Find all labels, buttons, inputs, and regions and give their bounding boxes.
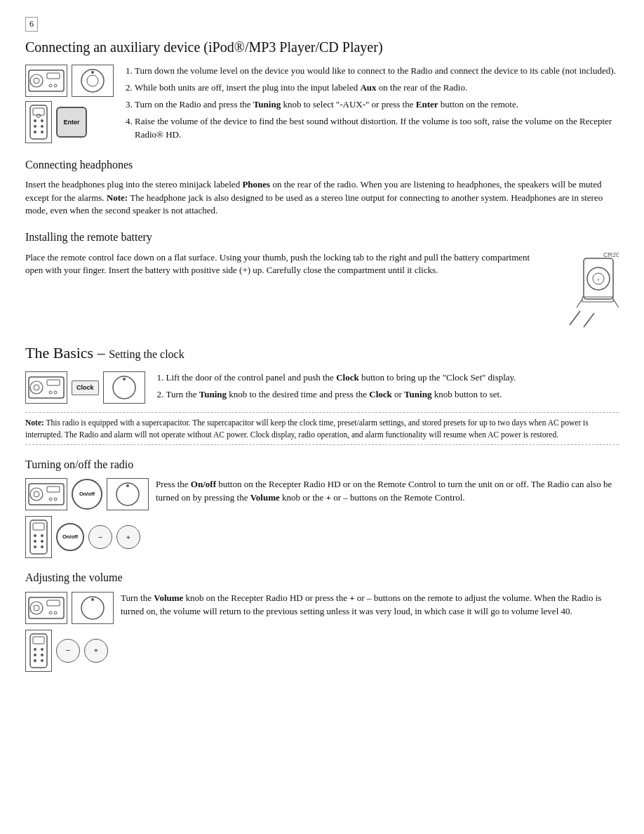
aux-step-2: While both units are off, insert the plu… xyxy=(135,81,619,95)
minus-button-icon: − xyxy=(88,525,112,549)
svg-rect-60 xyxy=(33,637,44,644)
section-title-aux: Connecting an auxiliary device (iPod®/MP… xyxy=(25,37,619,58)
svg-point-1 xyxy=(30,74,43,87)
svg-point-13 xyxy=(34,125,36,128)
svg-rect-3 xyxy=(47,73,60,79)
svg-point-61 xyxy=(34,648,36,651)
svg-text:+: + xyxy=(597,277,601,283)
svg-point-29 xyxy=(34,385,39,390)
svg-point-14 xyxy=(41,125,43,128)
section-onoff: Turning on/off the radio On/off xyxy=(25,456,619,558)
svg-point-28 xyxy=(30,381,43,394)
section-title-onoff: Turning on/off the radio xyxy=(25,456,619,472)
remote-icon-2 xyxy=(25,516,52,558)
svg-line-24 xyxy=(584,313,594,327)
svg-rect-30 xyxy=(47,380,60,385)
svg-point-37 xyxy=(34,491,39,497)
svg-point-36 xyxy=(30,488,43,501)
svg-point-46 xyxy=(41,534,43,537)
onoff-body-content: Press the On/off button on the Recepter … xyxy=(156,478,619,510)
section-title-battery: Installing the remote battery xyxy=(25,229,619,245)
tuning-knob-icon-2 xyxy=(103,371,145,404)
volume-knob-icon xyxy=(72,592,114,624)
section-title-basics: The Basics – Setting the clock xyxy=(25,342,619,364)
svg-point-32 xyxy=(54,391,57,394)
svg-point-31 xyxy=(49,391,52,394)
svg-point-55 xyxy=(49,611,52,614)
svg-point-16 xyxy=(41,131,43,133)
battery-body: Place the remote control face down on a … xyxy=(25,251,619,278)
section-title-volume: Adjusting the volume xyxy=(25,569,619,585)
svg-point-12 xyxy=(41,119,43,122)
clock-radio-icon xyxy=(25,371,67,404)
aux-step-3: Turn on the Radio and press the Tuning k… xyxy=(135,98,619,112)
svg-rect-44 xyxy=(33,523,44,530)
svg-text:CR2025: CR2025 xyxy=(603,251,619,258)
svg-point-56 xyxy=(54,611,57,614)
battery-cr2025-icon: + CR2025 xyxy=(542,251,619,329)
svg-point-65 xyxy=(34,659,36,662)
enter-button-icon: Enter xyxy=(56,107,87,138)
svg-point-62 xyxy=(41,648,43,651)
svg-point-40 xyxy=(54,498,57,501)
remote-icon xyxy=(25,101,52,143)
page-number: 6 xyxy=(25,17,38,32)
svg-point-49 xyxy=(34,545,36,548)
headphones-body: Insert the headphones plug into the ster… xyxy=(25,178,619,218)
svg-point-53 xyxy=(34,605,39,611)
svg-point-45 xyxy=(34,534,36,537)
onoff-radio-icon xyxy=(25,478,67,510)
svg-point-4 xyxy=(49,84,52,87)
section-battery: Installing the remote battery + CR2025 P… xyxy=(25,229,619,332)
aux-steps-content: Turn down the volume level on the device… xyxy=(121,65,619,145)
svg-point-17 xyxy=(37,114,41,118)
section-connecting-aux: Connecting an auxiliary device (iPod®/MP… xyxy=(25,37,619,145)
section-headphones: Connecting headphones Insert the headpho… xyxy=(25,157,619,218)
svg-point-42 xyxy=(126,484,129,487)
aux-step-1: Turn down the volume level on the device… xyxy=(135,65,619,78)
svg-point-64 xyxy=(41,654,43,656)
remote-icon-3 xyxy=(25,630,52,672)
radio-icon-1 xyxy=(25,65,67,97)
svg-point-5 xyxy=(54,84,57,87)
svg-point-52 xyxy=(30,602,43,614)
svg-point-48 xyxy=(41,540,43,543)
section-volume: Adjusting the volume xyxy=(25,569,619,671)
section-clock: The Basics – Setting the clock Clock xyxy=(25,342,619,445)
vol-plus-button: + xyxy=(84,639,108,663)
aux-step-4: Raise the volume of the device to find t… xyxy=(135,115,619,142)
svg-line-25 xyxy=(577,299,582,307)
clock-step-1: Lift the door of the control panel and p… xyxy=(166,371,619,385)
svg-point-34 xyxy=(123,378,126,380)
svg-point-50 xyxy=(41,545,43,548)
svg-rect-38 xyxy=(47,486,60,492)
tuning-knob-icon-1 xyxy=(72,65,114,97)
onoff-button-remote: On/off xyxy=(56,523,84,551)
onoff-button-icon-main: On/off xyxy=(72,479,102,510)
svg-point-8 xyxy=(91,71,94,74)
vol-minus-button: − xyxy=(56,639,80,663)
clock-note: Note: This radio is equipped with a supe… xyxy=(25,412,619,445)
onoff-tuning-knob xyxy=(107,478,149,510)
svg-line-23 xyxy=(570,311,580,325)
svg-point-66 xyxy=(41,659,43,662)
svg-point-63 xyxy=(34,654,36,656)
svg-point-15 xyxy=(34,131,36,133)
svg-point-2 xyxy=(34,78,39,84)
svg-line-26 xyxy=(613,299,619,307)
clock-steps-content: Lift the door of the control panel and p… xyxy=(152,371,619,405)
svg-point-11 xyxy=(34,119,36,122)
volume-body-content: Turn the Volume knob on the Recepter Rad… xyxy=(121,592,619,624)
volume-radio-icon xyxy=(25,592,67,624)
svg-point-47 xyxy=(34,540,36,543)
svg-point-39 xyxy=(49,498,52,501)
section-title-headphones: Connecting headphones xyxy=(25,157,619,173)
clock-step-2: Turn the Tuning knob to the desired time… xyxy=(166,388,619,402)
plus-button-icon: + xyxy=(116,525,140,549)
svg-rect-54 xyxy=(47,600,60,606)
clock-button-icon: Clock xyxy=(72,380,99,395)
svg-point-7 xyxy=(87,75,98,86)
svg-point-58 xyxy=(91,598,94,601)
